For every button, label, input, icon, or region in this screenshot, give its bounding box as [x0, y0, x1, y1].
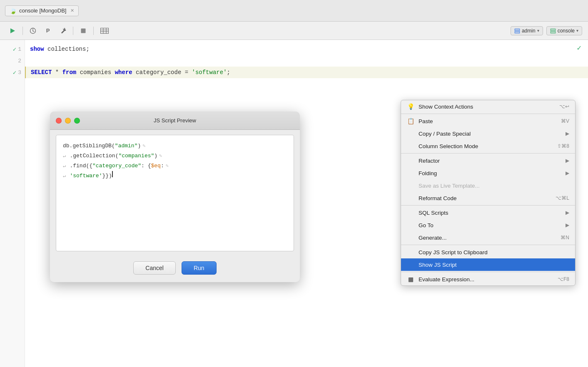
dialog-titlebar: JS Script Preview: [50, 112, 300, 130]
code-collections-text: collections;: [44, 46, 90, 52]
admin-chevron-icon: ▾: [537, 28, 539, 33]
menu-label-evaluate-expression: Evaluate Expression...: [419, 276, 553, 283]
menu-item-show-context-actions[interactable]: 💡 Show Context Actions ⌥↩: [401, 100, 575, 113]
preview-software-str: 'software': [70, 171, 102, 181]
evaluate-expression-icon: ▦: [407, 276, 414, 283]
menu-shortcut-column-selection: ⇧⌘8: [557, 143, 569, 149]
menu-item-show-js-script[interactable]: Show JS Script: [401, 258, 575, 271]
menu-item-folding[interactable]: Folding ▶: [401, 167, 575, 179]
cancel-button[interactable]: Cancel: [133, 261, 176, 275]
menu-separator-5: [401, 272, 575, 272]
line-num-2: 2: [18, 58, 21, 64]
menu-item-reformat-code[interactable]: Reformat Code ⌥⌘L: [401, 192, 575, 204]
play-icon: [10, 28, 15, 34]
line-1-check: ✓: [13, 46, 16, 53]
code-select-keyword: SELECT: [31, 69, 52, 76]
console-chevron-icon: ▾: [576, 28, 578, 33]
line-numbers: ✓ 1 2 ✓ 3: [0, 40, 25, 367]
menu-item-sql-scripts[interactable]: SQL Scripts ▶: [401, 206, 575, 219]
menu-label-copy-js-script: Copy JS Script to Clipboard: [419, 249, 569, 255]
minimize-traffic-light[interactable]: [65, 118, 71, 124]
menu-label-sql-scripts: SQL Scripts: [419, 210, 561, 216]
table-view-button[interactable]: [97, 25, 112, 37]
submenu-arrow-folding: ▶: [566, 170, 569, 176]
preview-db-text: db.getSiblingDB(: [63, 141, 115, 151]
menu-item-copy-paste-special[interactable]: Copy / Paste Special ▶: [401, 127, 575, 140]
menu-separator-3: [401, 205, 575, 206]
run-button-dialog[interactable]: Run: [182, 261, 217, 275]
menu-item-paste[interactable]: 📋 Paste ⌘V: [401, 115, 575, 127]
svg-marker-0: [10, 28, 15, 33]
menu-item-refactor[interactable]: Refactor ▶: [401, 154, 575, 167]
submenu-arrow-sql: ▶: [566, 210, 569, 216]
preview-close-braces: }}): [102, 171, 112, 181]
svg-rect-4: [81, 28, 86, 33]
preview-colon-brace: : {: [141, 161, 151, 171]
svg-line-3: [33, 31, 34, 32]
console-label: console: [558, 28, 575, 34]
editor-status-check: ✓: [577, 43, 581, 52]
line-number-1: ✓ 1: [0, 43, 25, 55]
console-db-icon: [550, 28, 556, 34]
tab-close-button[interactable]: ✕: [70, 8, 74, 13]
svg-rect-12: [515, 32, 520, 33]
code-line-1: show collections;: [30, 43, 583, 55]
line-num-3: 3: [18, 69, 21, 76]
code-companies-text: companies: [76, 69, 115, 76]
text-cursor: [112, 171, 113, 177]
edit-icon-2[interactable]: ✎: [159, 151, 162, 161]
menu-label-column-selection: Column Selection Mode: [419, 143, 553, 149]
svg-rect-5: [101, 28, 109, 33]
edit-icon-3[interactable]: ✎: [166, 161, 169, 171]
profile-button[interactable]: P: [41, 25, 55, 37]
svg-rect-14: [551, 30, 556, 32]
code-software-string: 'software': [192, 69, 227, 76]
line-number-3: ✓ 3: [0, 67, 25, 78]
menu-item-evaluate-expression[interactable]: ▦ Evaluate Expression... ⌥F8: [401, 273, 575, 285]
edit-icon-1[interactable]: ✎: [142, 141, 145, 151]
toolbar-separator-3: [93, 27, 94, 35]
menu-separator-2: [401, 153, 575, 154]
menu-item-go-to[interactable]: Go To ▶: [401, 219, 575, 231]
js-script-preview-dialog[interactable]: JS Script Preview db.getSiblingDB("admin…: [50, 112, 300, 282]
main-tab[interactable]: 🍃 console [MongoDB] ✕: [5, 5, 79, 16]
menu-label-show-context-actions: Show Context Actions: [419, 104, 555, 110]
menu-label-go-to: Go To: [419, 222, 561, 228]
svg-rect-10: [515, 29, 520, 30]
toolbar-separator-1: [22, 27, 23, 35]
admin-db-selector[interactable]: admin ▾: [511, 26, 543, 35]
code-from-keyword: from: [62, 69, 77, 76]
submenu-arrow-go-to: ▶: [566, 222, 569, 228]
menu-label-save-live-template: Save as Live Template...: [419, 183, 569, 189]
menu-label-generate: Generate...: [419, 235, 556, 241]
run-button[interactable]: [6, 25, 19, 37]
preview-category-code-key: "category_code": [92, 161, 141, 171]
dialog-footer: Cancel Run: [50, 257, 300, 282]
code-star-text: *: [52, 69, 62, 76]
preview-colon-2: :: [161, 161, 164, 171]
menu-item-column-selection[interactable]: Column Selection Mode ⇧⌘8: [401, 140, 575, 152]
close-traffic-light[interactable]: [56, 118, 62, 124]
menu-label-paste: Paste: [419, 118, 557, 124]
submenu-arrow-refactor: ▶: [566, 158, 569, 164]
preview-close-paren-1: ): [137, 141, 141, 151]
code-show-keyword: show: [30, 46, 44, 52]
preview-find-open: .find({: [70, 161, 92, 171]
preview-admin-str: "admin": [115, 141, 138, 151]
code-semicolon: ;: [227, 69, 230, 76]
preview-get-collection: .getCollection(: [70, 151, 118, 161]
menu-label-folding: Folding: [419, 170, 561, 176]
settings-button[interactable]: [56, 25, 70, 37]
indent-arrow-3: ↵: [63, 161, 69, 171]
code-line-3: SELECT * from companies where category_c…: [25, 67, 588, 78]
stop-button[interactable]: [77, 25, 90, 37]
history-button[interactable]: [26, 25, 40, 37]
console-selector[interactable]: console ▾: [546, 26, 582, 35]
menu-item-generate[interactable]: Generate... ⌘N: [401, 231, 575, 244]
maximize-traffic-light[interactable]: [74, 118, 80, 124]
traffic-lights: [56, 118, 80, 124]
preview-eq-operator: $eq: [151, 161, 160, 171]
code-preview[interactable]: db.getSiblingDB("admin") ✎ ↵ .getCollect…: [56, 135, 294, 251]
svg-rect-13: [551, 29, 556, 30]
menu-item-copy-js-script[interactable]: Copy JS Script to Clipboard: [401, 246, 575, 258]
